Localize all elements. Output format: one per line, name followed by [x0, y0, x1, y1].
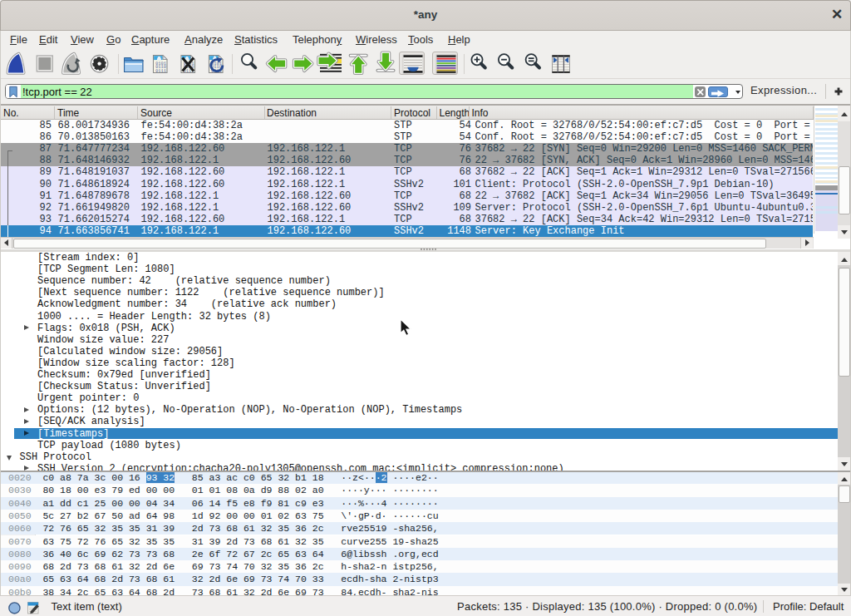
svg-text:0111: 0111: [155, 69, 166, 74]
